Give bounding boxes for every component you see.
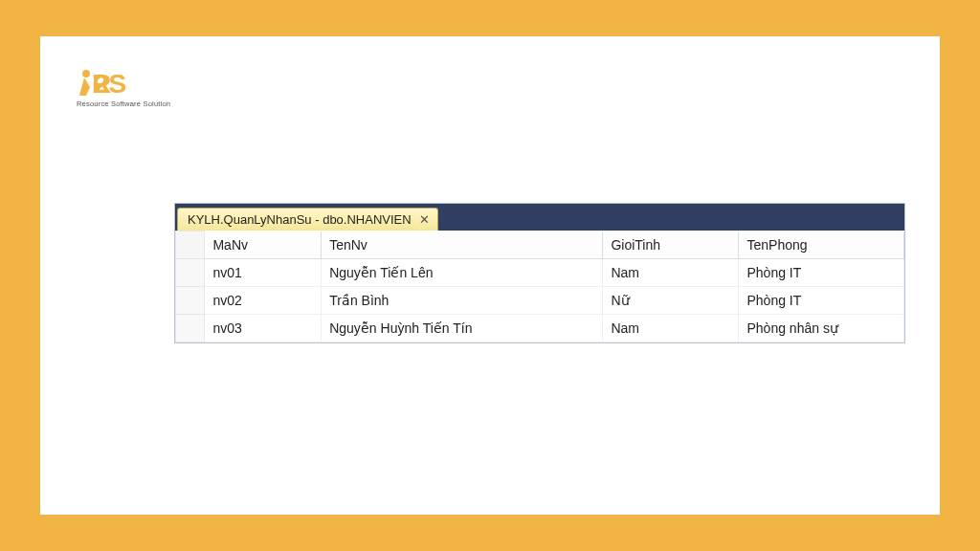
cell-gioitinh[interactable]: Nam [603,314,739,342]
document-tab[interactable]: KYLH.QuanLyNhanSu - dbo.NHANVIEN ✕ [177,208,438,231]
row-selector[interactable] [176,286,205,314]
cell-manv[interactable]: nv02 [205,286,322,314]
data-grid-window: KYLH.QuanLyNhanSu - dbo.NHANVIEN ✕ MaNv … [174,203,905,343]
cell-manv[interactable]: nv01 [205,258,322,286]
presentation-card: 2S R R Resource Software Solution KYLH.Q… [40,36,940,515]
col-header-tenphong[interactable]: TenPhong [739,231,904,259]
row-selector-header [176,231,205,259]
cell-tenphong[interactable]: Phòng IT [739,258,904,286]
nhanvien-table: MaNv TenNv GioiTinh TenPhong nv01 Nguyễn… [175,231,904,342]
brand-logo: 2S R R [75,63,905,101]
table-row[interactable]: nv03 Nguyễn Huỳnh Tiến Tín Nam Phòng nhâ… [176,314,904,342]
cell-gioitinh[interactable]: Nữ [603,286,739,314]
col-header-manv[interactable]: MaNv [205,231,322,259]
svg-text:R: R [92,69,111,99]
row-selector[interactable] [176,314,205,342]
tab-title: KYLH.QuanLyNhanSu - dbo.NHANVIEN [188,212,412,227]
col-header-tennv[interactable]: TenNv [322,231,603,259]
table-header-row: MaNv TenNv GioiTinh TenPhong [176,231,904,259]
cell-tennv[interactable]: Trần Bình [322,286,603,314]
cell-gioitinh[interactable]: Nam [603,258,739,286]
col-header-gioitinh[interactable]: GioiTinh [603,231,739,259]
close-icon[interactable]: ✕ [419,213,430,226]
data-grid: MaNv TenNv GioiTinh TenPhong nv01 Nguyễn… [175,231,904,342]
r2s-logo-icon: 2S R R [75,63,153,101]
cell-tenphong[interactable]: Phòng nhân sự [739,314,904,342]
cell-tennv[interactable]: Nguyễn Huỳnh Tiến Tín [322,314,603,342]
brand-tagline: Resource Software Solution [77,99,905,108]
table-row[interactable]: nv02 Trần Bình Nữ Phòng IT [176,286,904,314]
cell-tenphong[interactable]: Phòng IT [739,286,904,314]
row-selector[interactable] [176,258,205,286]
window-titlebar: KYLH.QuanLyNhanSu - dbo.NHANVIEN ✕ [175,204,904,231]
cell-tennv[interactable]: Nguyễn Tiến Lên [322,258,603,286]
cell-manv[interactable]: nv03 [205,314,322,342]
table-row[interactable]: nv01 Nguyễn Tiến Lên Nam Phòng IT [176,258,904,286]
